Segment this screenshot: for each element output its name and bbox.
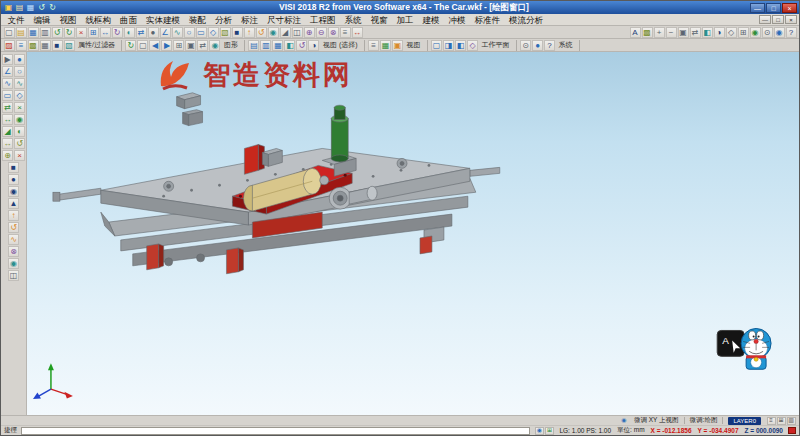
draw-line-icon[interactable]: ∠ bbox=[2, 66, 13, 77]
union-icon[interactable]: ⊕ bbox=[304, 27, 315, 38]
solid-revolve-icon[interactable]: ↺ bbox=[8, 222, 19, 233]
circle-icon[interactable]: ○ bbox=[184, 27, 195, 38]
lock-icon[interactable]: ◉ bbox=[535, 427, 544, 435]
menu-item-10[interactable]: 尺寸标注 bbox=[263, 14, 306, 26]
pan-view-icon[interactable]: ⇄ bbox=[197, 40, 208, 51]
app-icon[interactable]: ▣ bbox=[4, 3, 14, 13]
zoom-previous-icon[interactable]: ◀ bbox=[149, 40, 160, 51]
filter-solid-icon[interactable]: ■ bbox=[52, 40, 63, 51]
record-indicator-icon[interactable] bbox=[788, 427, 796, 434]
model-assembly[interactable] bbox=[53, 93, 500, 274]
draw-point-icon[interactable]: ● bbox=[14, 54, 25, 65]
surface-icon[interactable]: ▧ bbox=[220, 27, 231, 38]
move-2d-icon[interactable]: ↔ bbox=[2, 138, 13, 149]
system-help-icon[interactable]: ? bbox=[544, 40, 555, 51]
shell-icon[interactable]: ◫ bbox=[292, 27, 303, 38]
menu-item-13[interactable]: 视窗 bbox=[366, 14, 392, 26]
zoom-all-icon[interactable]: ▣ bbox=[185, 40, 196, 51]
view-shaded-icon[interactable]: ◑ bbox=[308, 40, 319, 51]
view-top-icon[interactable]: ▤ bbox=[248, 40, 259, 51]
status-info-icon[interactable]: ◉ bbox=[619, 417, 628, 425]
qa-undo-icon[interactable]: ↺ bbox=[37, 3, 47, 13]
trim-icon[interactable]: × bbox=[14, 102, 25, 113]
menu-item-17[interactable]: 标准件 bbox=[470, 14, 505, 26]
menu-item-7[interactable]: 装配 bbox=[185, 14, 211, 26]
viewport-canvas[interactable]: A bbox=[27, 52, 799, 415]
solid-boolean-icon[interactable]: ⊗ bbox=[8, 246, 19, 257]
solid-sphere-icon[interactable]: ◉ bbox=[8, 186, 19, 197]
chamfer-2d-icon[interactable]: ◢ bbox=[2, 126, 13, 137]
line-icon[interactable]: ∠ bbox=[160, 27, 171, 38]
menu-item-4[interactable]: 线框构 bbox=[81, 14, 116, 26]
menu-item-14[interactable]: 加工 bbox=[392, 14, 418, 26]
workplane-zx-icon[interactable]: ◧ bbox=[455, 40, 466, 51]
active-layer-badge[interactable]: LAYER0 bbox=[728, 417, 761, 425]
print-icon[interactable]: ▥ bbox=[40, 27, 51, 38]
qa-redo-icon[interactable]: ↻ bbox=[48, 3, 58, 13]
view-rotate-icon[interactable]: ↺ bbox=[296, 40, 307, 51]
copy-icon[interactable]: ⊞ bbox=[88, 27, 99, 38]
mirror-icon[interactable]: ◐ bbox=[124, 27, 135, 38]
workplane-xy-icon[interactable]: ▢ bbox=[431, 40, 442, 51]
draw-polygon-icon[interactable]: ◇ bbox=[14, 90, 25, 101]
view-restore-icon[interactable]: ▣ bbox=[392, 40, 403, 51]
panel-icon[interactable]: ▥ bbox=[787, 417, 796, 425]
extend-icon[interactable]: ↔ bbox=[2, 114, 13, 125]
refresh-icon[interactable]: ↻ bbox=[125, 40, 136, 51]
draw-mode-indicator[interactable]: 微调:绘图 bbox=[690, 416, 718, 425]
zoom-out-icon[interactable]: − bbox=[666, 27, 677, 38]
dimension-icon[interactable]: ↔ bbox=[352, 27, 363, 38]
view-save-icon[interactable]: ▦ bbox=[380, 40, 391, 51]
solid-sweep-icon[interactable]: ∿ bbox=[8, 234, 19, 245]
rotate-icon[interactable]: ↻ bbox=[112, 27, 123, 38]
solid-icon[interactable]: ■ bbox=[232, 27, 243, 38]
workplane-custom-icon[interactable]: ◇ bbox=[467, 40, 478, 51]
draw-rectangle-icon[interactable]: ▭ bbox=[2, 90, 13, 101]
mdi-close-button[interactable]: × bbox=[785, 15, 797, 24]
view-cube[interactable]: A bbox=[717, 330, 744, 356]
snap-icon[interactable]: ◉ bbox=[750, 27, 761, 38]
menu-item-2[interactable]: 编辑 bbox=[29, 14, 55, 26]
filter-surface-icon[interactable]: ▧ bbox=[64, 40, 75, 51]
mdi-minimize-button[interactable]: — bbox=[759, 15, 771, 24]
menu-item-11[interactable]: 工程图 bbox=[306, 14, 341, 26]
move-icon[interactable]: ↔ bbox=[100, 27, 111, 38]
open-folder-icon[interactable]: ▤ bbox=[16, 27, 27, 38]
menu-item-16[interactable]: 冲模 bbox=[444, 14, 470, 26]
menu-item-5[interactable]: 曲面 bbox=[116, 14, 142, 26]
draw-spline-icon[interactable]: ∿ bbox=[14, 78, 25, 89]
zoom-window-icon[interactable]: ⊞ bbox=[173, 40, 184, 51]
scale-2d-icon[interactable]: ⊕ bbox=[2, 150, 13, 161]
scale-icon[interactable]: ⇄ bbox=[136, 27, 147, 38]
grid-small-icon[interactable]: ⊞ bbox=[777, 417, 786, 425]
new-file-icon[interactable]: ▢ bbox=[4, 27, 15, 38]
info-icon[interactable]: ◉ bbox=[774, 27, 785, 38]
qa-save-icon[interactable]: ▦ bbox=[26, 3, 36, 13]
qa-open-icon[interactable]: ▤ bbox=[15, 3, 25, 13]
menu-item-1[interactable]: 文件 bbox=[3, 14, 29, 26]
snap-mode-indicator[interactable]: 微调 XY 上视图 bbox=[634, 416, 679, 425]
curve-icon[interactable]: ∿ bbox=[172, 27, 183, 38]
redraw-icon[interactable]: ▢ bbox=[137, 40, 148, 51]
system-settings-icon[interactable]: ⊙ bbox=[520, 40, 531, 51]
solid-box-icon[interactable]: ■ bbox=[8, 162, 19, 173]
filter-all-icon[interactable]: ▦ bbox=[40, 40, 51, 51]
layer-filter-icon[interactable]: ▩ bbox=[28, 40, 39, 51]
fillet-icon[interactable]: ◉ bbox=[268, 27, 279, 38]
solid-shell-icon[interactable]: ◫ bbox=[8, 270, 19, 281]
solid-extrude-icon[interactable]: ↑ bbox=[8, 210, 19, 221]
extrude-icon[interactable]: ↑ bbox=[244, 27, 255, 38]
delete-icon[interactable]: × bbox=[76, 27, 87, 38]
zoom-next-icon[interactable]: ▶ bbox=[161, 40, 172, 51]
settings-icon[interactable]: ⊙ bbox=[762, 27, 773, 38]
maximize-button[interactable]: □ bbox=[766, 3, 781, 13]
mdi-restore-button[interactable]: □ bbox=[772, 15, 784, 24]
select-pointer-icon[interactable]: ▶ bbox=[2, 54, 13, 65]
menu-item-18[interactable]: 模流分析 bbox=[505, 14, 548, 26]
view-front-icon[interactable]: ▥ bbox=[260, 40, 271, 51]
command-input[interactable] bbox=[21, 427, 530, 435]
shaded-view-icon[interactable]: ◑ bbox=[714, 27, 725, 38]
menu-item-9[interactable]: 标注 bbox=[237, 14, 263, 26]
view-iso-icon[interactable]: ◧ bbox=[702, 27, 713, 38]
rotate-2d-icon[interactable]: ↺ bbox=[14, 138, 25, 149]
